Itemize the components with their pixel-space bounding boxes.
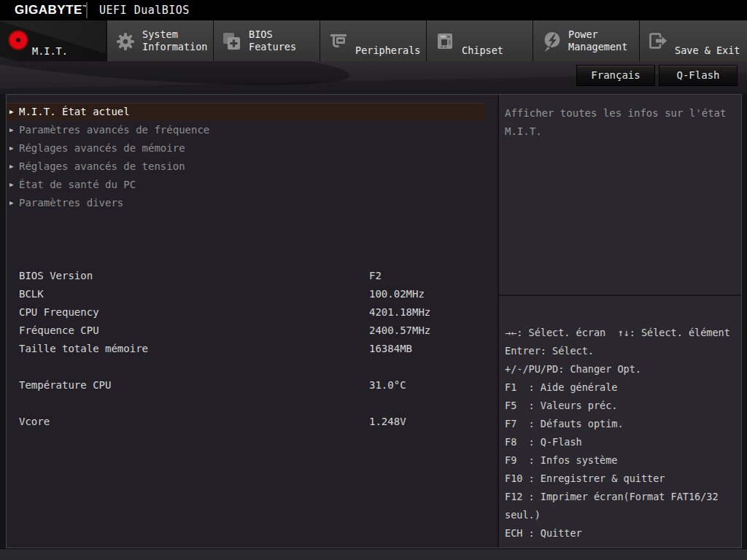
tab-bios-features[interactable]: BIOSFeatures — [214, 20, 320, 61]
submenu-arrow-icon: ▶ — [9, 194, 13, 212]
info-label: Vcore — [19, 413, 50, 431]
item-description: Afficher toutes les infos sur l'état M.I… — [505, 104, 738, 141]
menu-item-label: Paramètres avancés de fréquence — [19, 121, 209, 139]
info-label: BIOS Version — [19, 267, 93, 285]
menu-item-label: État de santé du PC — [19, 176, 136, 194]
tab-label: PowerManagement — [568, 28, 627, 53]
brand-text: GIGABYTE — [15, 3, 82, 17]
mit-red-dot-icon — [7, 28, 30, 52]
tab-power-management[interactable]: PowerManagement — [533, 20, 639, 61]
info-row-cpu-temperature: Température CPU 31.0°C — [7, 376, 485, 394]
info-row-vcore: Vcore 1.248V — [7, 413, 485, 431]
hotkey-line: F8 : Q-Flash — [505, 433, 741, 451]
submenu-arrow-icon: ▶ — [9, 176, 13, 194]
tab-label: M.I.T. — [32, 45, 68, 58]
description-line: M.I.T. — [505, 122, 738, 141]
tab-label: Save & Exit — [675, 44, 740, 57]
hotkey-legend: →←: Sélect. écran ↑↓: Sélect. élément En… — [505, 324, 741, 542]
info-label: Fréquence CPU — [19, 322, 99, 340]
menu-item-advanced-memory[interactable]: ▶ Réglages avancés de mémoire — [7, 139, 486, 158]
menu-item-misc-settings[interactable]: ▶ Paramètres divers — [7, 194, 486, 212]
header-divider — [86, 2, 88, 18]
info-value: 1.248V — [369, 413, 406, 431]
hotkey-line: Entrer: Sélect. — [505, 342, 741, 360]
save-exit-icon — [646, 30, 670, 53]
menu-item-pc-health[interactable]: ▶ État de santé du PC — [7, 176, 486, 194]
tab-mit[interactable]: M.I.T. — [0, 20, 106, 61]
info-row-bclk: BCLK 100.02MHz — [7, 285, 485, 303]
hotkey-line: F10 : Enregistrer & quitter — [505, 470, 741, 488]
info-value: 4201.18MHz — [369, 303, 430, 322]
gigabyte-logo: GIGABYTE™ — [15, 3, 88, 18]
info-label: BCLK — [19, 285, 44, 303]
tab-peripherals[interactable]: Peripherals — [320, 20, 426, 61]
hotkey-line: F12 : Imprimer écran(Format FAT16/32 — [505, 488, 741, 506]
submenu-arrow-icon: ▶ — [9, 121, 13, 139]
system-information-icon — [114, 30, 137, 53]
menu-item-label: Paramètres divers — [19, 194, 123, 212]
info-value: F2 — [369, 267, 382, 285]
menu-item-label: M.I.T. État actuel — [19, 103, 130, 121]
main-panel: ▶ M.I.T. État actuel ▶ Paramètres avancé… — [6, 94, 742, 548]
footer-strip — [0, 548, 747, 560]
info-value: 100.02MHz — [369, 285, 425, 303]
menu-item-mit-current-status[interactable]: ▶ M.I.T. État actuel — [7, 103, 486, 121]
peripherals-icon — [327, 30, 350, 53]
sub-header-band: Français Q-Flash — [0, 61, 747, 94]
info-row-frequence-cpu: Fréquence CPU 2400.57MHz — [7, 322, 485, 340]
power-management-icon — [540, 30, 563, 53]
bios-screen: GIGABYTE™ UEFI DualBIOS M.I.T. — [0, 0, 747, 560]
tab-label: Peripherals — [355, 44, 420, 57]
menu-item-advanced-frequency[interactable]: ▶ Paramètres avancés de fréquence — [7, 121, 486, 139]
menu-item-label: Réglages avancés de mémoire — [19, 139, 185, 158]
title-bar: GIGABYTE™ UEFI DualBIOS — [0, 0, 747, 20]
info-value: 2400.57MHz — [369, 322, 430, 340]
submenu-arrow-icon: ▶ — [9, 103, 13, 121]
hotkey-line: →←: Sélect. écran ↑↓: Sélect. élément — [505, 324, 741, 342]
submenu-arrow-icon: ▶ — [9, 139, 13, 158]
hotkey-line: F5 : Valeurs préc. — [505, 397, 741, 415]
hotkey-line: F1 : Aide générale — [505, 378, 741, 397]
tab-label: SystemInformation — [142, 28, 207, 53]
tab-save-exit[interactable]: Save & Exit — [640, 20, 747, 61]
info-label: CPU Frequency — [19, 303, 99, 322]
tab-label: Chipset — [462, 44, 503, 57]
product-title: UEFI DualBIOS — [99, 4, 190, 17]
info-value: 31.0°C — [369, 376, 406, 394]
hotkey-line: F7 : Défauts optim. — [505, 415, 741, 433]
menu-item-label: Réglages avancés de tension — [19, 158, 185, 176]
chipset-icon — [433, 30, 457, 53]
info-row-cpu-frequency: CPU Frequency 4201.18MHz — [7, 303, 485, 322]
tab-bar: M.I.T. SystemInformation BIOS — [0, 20, 747, 61]
info-row-bios-version: BIOS Version F2 — [7, 267, 485, 285]
info-label: Taille totale mémoire — [19, 340, 148, 358]
hotkey-line: F9 : Infos système — [505, 451, 741, 470]
info-label: Température CPU — [19, 376, 111, 394]
help-panel: Afficher toutes les infos sur l'état M.I… — [498, 95, 741, 548]
hotkey-line: +/-/PU/PD: Changer Opt. — [505, 360, 741, 378]
language-button[interactable]: Français — [576, 65, 655, 86]
info-value: 16384MB — [369, 340, 412, 358]
qflash-button[interactable]: Q-Flash — [659, 65, 738, 86]
menu-item-advanced-voltage[interactable]: ▶ Réglages avancés de tension — [7, 158, 486, 176]
submenu-arrow-icon: ▶ — [9, 158, 13, 176]
tab-label: BIOSFeatures — [249, 28, 296, 53]
hotkey-line: seul.) — [505, 506, 741, 524]
help-panel-divider — [499, 295, 741, 296]
bios-features-icon — [220, 30, 244, 53]
description-line: Afficher toutes les infos sur l'état — [505, 104, 738, 122]
hotkey-line: ECH : Quitter — [505, 524, 741, 542]
tab-chipset[interactable]: Chipset — [427, 20, 533, 61]
tab-system-information[interactable]: SystemInformation — [107, 20, 213, 61]
info-row-total-memory: Taille totale mémoire 16384MB — [7, 340, 485, 358]
